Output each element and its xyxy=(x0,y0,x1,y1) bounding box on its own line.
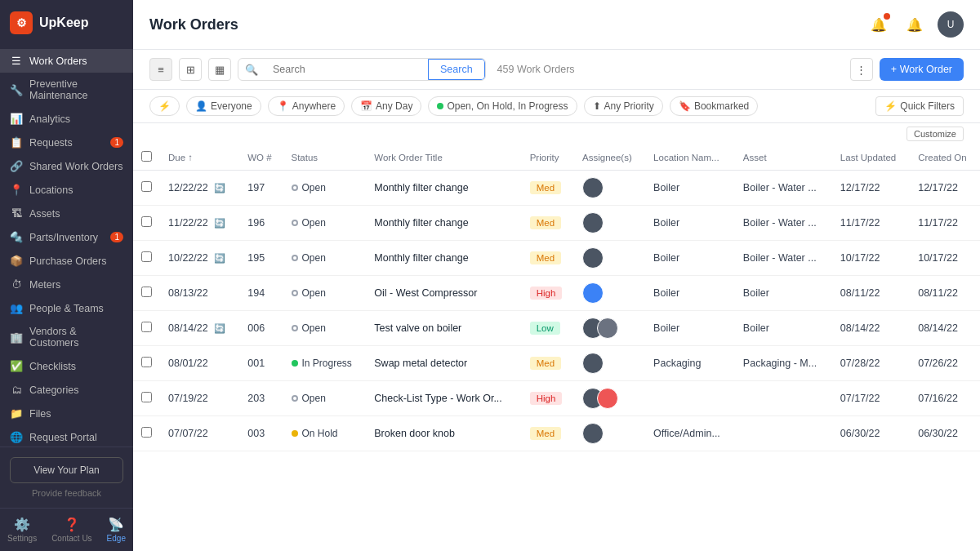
sidebar-item-requests[interactable]: 📋 Requests 1 xyxy=(0,131,133,154)
bookmarked-filter[interactable]: 🔖 Bookmarked xyxy=(670,96,758,116)
table-row[interactable]: 07/19/22 203 Open Check-List Type - Work… xyxy=(133,381,980,416)
status-dot xyxy=(292,360,298,367)
wo-number: 006 xyxy=(247,322,265,334)
nav-icon-meters: ⏱ xyxy=(10,278,23,291)
table-row[interactable]: 10/22/22 🔄 195 Open Monthly filter chang… xyxy=(133,241,980,276)
row-checkbox-cell xyxy=(133,276,160,311)
column-header[interactable]: Priority xyxy=(522,144,574,171)
filters-bar: ⚡ 👤 Everyone 📍 Anywhere 📅 Any Day Open, … xyxy=(133,90,980,123)
row-checkbox[interactable] xyxy=(141,287,152,297)
table-row[interactable]: 11/22/22 🔄 196 Open Monthly filter chang… xyxy=(133,206,980,241)
table-row[interactable]: 08/14/22 🔄 006 Open Test valve on boiler… xyxy=(133,311,980,346)
row-checkbox[interactable] xyxy=(141,181,152,192)
column-header[interactable]: Due ↑ xyxy=(160,144,239,171)
footer-icon-contact-us: ❓ xyxy=(64,517,80,532)
footer-item-edge[interactable]: 📡 Edge xyxy=(107,517,126,543)
sidebar-item-locations[interactable]: 📍 Locations xyxy=(0,178,133,202)
sidebar-item-request-portal[interactable]: 🌐 Request Portal xyxy=(0,425,133,447)
search-input[interactable] xyxy=(265,60,428,79)
day-filter[interactable]: 📅 Any Day xyxy=(351,96,421,116)
wo-title: Monthly filter change xyxy=(374,182,468,193)
sidebar-item-label: People & Teams xyxy=(29,303,104,314)
row-checkbox[interactable] xyxy=(141,322,152,332)
sidebar-item-label: Files xyxy=(29,408,51,420)
table-row[interactable]: 08/01/22 001 In Progress Swap metal dete… xyxy=(133,346,980,381)
row-checkbox[interactable] xyxy=(141,357,152,367)
status-badge: In Progress xyxy=(292,358,352,369)
row-checkbox[interactable] xyxy=(141,251,152,262)
created-on-cell: 07/26/22 xyxy=(910,346,980,381)
filter-button[interactable]: ⚡ xyxy=(149,96,180,116)
status-filter[interactable]: Open, On Hold, In Progress xyxy=(428,96,577,116)
column-header[interactable]: Created On xyxy=(910,144,980,171)
sidebar-item-analytics[interactable]: 📊 Analytics xyxy=(0,107,133,131)
sidebar-item-categories[interactable]: 🗂 Categories xyxy=(0,378,133,402)
sidebar-item-vendors-customers[interactable]: 🏢 Vendors & Customers xyxy=(0,320,133,354)
row-checkbox[interactable] xyxy=(141,392,152,402)
column-header[interactable]: Asset xyxy=(735,144,832,171)
sidebar-item-files[interactable]: 📁 Files xyxy=(0,402,133,425)
footer-item-settings[interactable]: ⚙️ Settings xyxy=(7,517,37,543)
location-filter[interactable]: 📍 Anywhere xyxy=(268,96,345,116)
sidebar-item-assets[interactable]: 🏗 Assets xyxy=(0,202,133,225)
title-cell: Oil - West Compressor xyxy=(366,276,521,311)
add-work-order-button[interactable]: + Work Order xyxy=(880,58,964,81)
column-header[interactable]: Status xyxy=(283,144,367,171)
sidebar-item-preventive-maintenance[interactable]: 🔧 Preventive Maintenance xyxy=(0,73,133,107)
card-view-button[interactable]: ▦ xyxy=(208,58,231,81)
notifications-icon[interactable]: 🔔 xyxy=(866,11,892,38)
sidebar-item-shared-work-orders[interactable]: 🔗 Shared Work Orders xyxy=(0,154,133,178)
priority-filter[interactable]: ⬆ Any Priority xyxy=(584,96,663,116)
column-header[interactable]: Work Order Title xyxy=(366,144,521,171)
assignee-filter[interactable]: 👤 Everyone xyxy=(186,96,261,116)
sidebar-item-meters[interactable]: ⏱ Meters xyxy=(0,273,133,296)
nav-icon-checklists: ✅ xyxy=(10,360,23,372)
quick-filters-button[interactable]: ⚡ Quick Filters xyxy=(875,96,964,116)
column-header[interactable]: Assignee(s) xyxy=(574,144,645,171)
footer-item-contact-us[interactable]: ❓ Contact Us xyxy=(51,517,91,543)
nav-icon-locations: 📍 xyxy=(10,184,23,196)
nav-icon-categories: 🗂 xyxy=(10,384,23,396)
sidebar-item-purchase-orders[interactable]: 📦 Purchase Orders xyxy=(0,249,133,273)
app-logo[interactable]: ⚙ UpKeep xyxy=(0,0,133,46)
status-text: Open xyxy=(302,393,326,404)
table-row[interactable]: 08/13/22 194 Open Oil - West Compressor … xyxy=(133,276,980,311)
wo-title: Check-List Type - Work Or... xyxy=(374,393,502,404)
more-options-button[interactable]: ⋮ xyxy=(850,58,873,81)
table-row[interactable]: 12/22/22 🔄 197 Open Monthly filter chang… xyxy=(133,171,980,206)
row-checkbox[interactable] xyxy=(141,427,152,438)
list-view-button[interactable]: ≡ xyxy=(149,58,172,81)
provide-feedback-link[interactable]: Provide feedback xyxy=(10,488,123,498)
search-button[interactable]: Search xyxy=(428,59,485,80)
customize-button[interactable]: Customize xyxy=(906,127,964,141)
column-header[interactable]: Last Updated xyxy=(832,144,910,171)
user-avatar[interactable]: U xyxy=(938,11,964,38)
assignee-cell xyxy=(574,276,645,311)
avatar xyxy=(582,353,604,374)
column-header[interactable]: WO # xyxy=(239,144,283,171)
view-plan-button[interactable]: View Your Plan xyxy=(10,457,123,483)
recurring-icon: 🔄 xyxy=(214,323,225,333)
table-row[interactable]: 07/07/22 003 On Hold Broken door knob Me… xyxy=(133,416,980,451)
bell-icon[interactable]: 🔔 xyxy=(902,11,928,38)
due-date: 07/07/22 xyxy=(168,428,208,439)
title-cell: Monthly filter change xyxy=(366,206,521,241)
sidebar-item-work-orders[interactable]: ☰ Work Orders xyxy=(0,49,133,73)
bookmarked-label: Bookmarked xyxy=(694,100,749,112)
grid-view-button[interactable]: ⊞ xyxy=(179,58,202,81)
assignee-cell xyxy=(574,381,645,416)
footer-label-contact-us: Contact Us xyxy=(51,534,91,543)
row-checkbox[interactable] xyxy=(141,216,152,227)
customize-bar: Customize xyxy=(133,123,980,144)
location-cell: Boiler xyxy=(645,276,735,311)
sidebar-item-checklists[interactable]: ✅ Checklists xyxy=(0,354,133,378)
nav-icon-assets: 🏗 xyxy=(10,207,23,220)
select-all-checkbox[interactable] xyxy=(141,151,152,162)
status-label: Open, On Hold, In Progress xyxy=(447,100,568,112)
sidebar-item-people-teams[interactable]: 👥 People & Teams xyxy=(0,296,133,320)
sidebar-item-parts-inventory[interactable]: 🔩 Parts/Inventory 1 xyxy=(0,225,133,249)
recurring-icon: 🔄 xyxy=(214,183,225,193)
status-cell: Open xyxy=(283,276,367,311)
bookmark-icon: 🔖 xyxy=(679,100,691,112)
column-header[interactable]: Location Nam... xyxy=(645,144,735,171)
